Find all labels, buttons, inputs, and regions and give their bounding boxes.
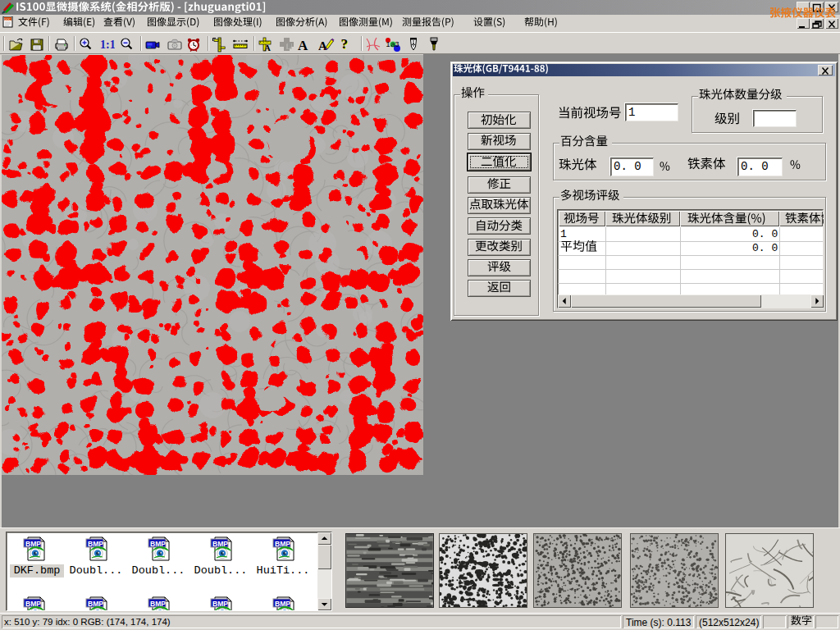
svg-text:DOC: DOC [4,18,11,21]
svg-text:A: A [298,38,308,53]
svg-text:1:1: 1:1 [100,39,115,51]
svg-text:A: A [318,39,327,52]
svg-text:A: A [264,43,271,52]
svg-text:3: 3 [395,40,399,48]
svg-text:?: ? [341,37,349,52]
svg-text:1: 1 [386,40,390,48]
